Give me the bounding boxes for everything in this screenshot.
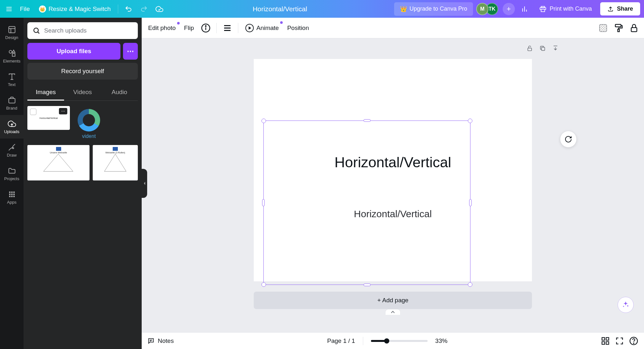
page-indicator[interactable]: Page 1 / 1 — [327, 337, 355, 344]
svg-rect-54 — [606, 342, 609, 344]
resize-magic-switch-button[interactable]: 👑 Resize & Magic Switch — [36, 4, 114, 15]
resize-handle-s[interactable] — [364, 284, 371, 286]
help-button[interactable] — [629, 336, 638, 345]
info-button[interactable] — [201, 23, 211, 33]
notes-button[interactable]: Notes — [147, 337, 174, 344]
zoom-percentage[interactable]: 33% — [435, 337, 448, 344]
list-icon — [223, 23, 232, 33]
expand-icon — [552, 45, 559, 52]
select-checkbox[interactable] — [30, 109, 36, 115]
rail-text[interactable]: Text — [0, 68, 24, 92]
svg-rect-24 — [11, 196, 12, 197]
canvas-viewport[interactable]: Horizontal/Vertical Horizontal/Vertical … — [142, 38, 644, 332]
list-view-button[interactable] — [223, 23, 232, 33]
header-left-group: File 👑 Resize & Magic Switch — [4, 3, 166, 15]
rail-apps[interactable]: Apps — [0, 186, 24, 209]
upload-files-button[interactable]: Upload files — [27, 43, 120, 60]
regenerate-button[interactable] — [560, 131, 576, 147]
svg-rect-16 — [9, 99, 15, 103]
new-dot-icon — [280, 21, 283, 24]
record-yourself-button[interactable]: Record yourself — [27, 63, 138, 80]
brand-icon — [8, 96, 16, 104]
resize-handle-n[interactable] — [364, 119, 371, 122]
svg-point-56 — [633, 343, 634, 344]
lock-button[interactable] — [629, 23, 639, 33]
rail-elements[interactable]: Elements — [0, 44, 24, 68]
svg-point-37 — [205, 25, 206, 26]
tab-videos[interactable]: Videos — [64, 85, 101, 101]
rail-draw[interactable]: Draw — [0, 139, 24, 162]
edit-photo-button[interactable]: Edit photo — [147, 23, 177, 34]
share-button[interactable]: Share — [600, 2, 640, 15]
sparkle-icon — [621, 301, 630, 309]
zoom-slider[interactable] — [371, 340, 428, 342]
grid-view-button[interactable] — [601, 336, 610, 345]
lock-page-button[interactable] — [525, 44, 535, 53]
upload-thumb[interactable]: ⋯ Horizontal/Vertical — [27, 106, 70, 130]
flip-button[interactable]: Flip — [183, 23, 195, 34]
resize-handle-ne[interactable] — [468, 119, 472, 123]
upload-more-button[interactable]: ⋯ — [123, 43, 138, 60]
add-collaborator-button[interactable]: + — [503, 3, 515, 15]
resize-handle-se[interactable] — [468, 282, 472, 287]
undo-button[interactable] — [122, 3, 135, 15]
upload-thumb[interactable]: Webseite (3 Rollen) — [93, 145, 138, 180]
svg-line-32 — [115, 154, 126, 171]
upload-thumb[interactable]: Unsere Webseite — [27, 145, 90, 180]
upload-icon — [607, 6, 614, 12]
insights-button[interactable] — [518, 3, 531, 15]
main-menu-button[interactable] — [4, 4, 14, 14]
rail-design[interactable]: Design — [0, 21, 24, 44]
fullscreen-button[interactable] — [615, 336, 624, 345]
collaborator-avatars[interactable]: M TK — [476, 3, 498, 15]
paint-roller-icon — [614, 23, 623, 33]
magic-assistant-button[interactable] — [618, 297, 634, 313]
zoom-thumb[interactable] — [384, 338, 389, 344]
resize-handle-sw[interactable] — [261, 282, 266, 287]
upgrade-button[interactable]: 👑 Upgrade to Canva Pro — [394, 2, 473, 16]
elements-icon — [8, 49, 16, 57]
lock-icon — [629, 23, 639, 33]
design-icon — [8, 25, 16, 34]
copy-style-button[interactable] — [614, 23, 623, 33]
info-icon — [201, 23, 211, 33]
resize-handle-e[interactable] — [469, 199, 472, 206]
search-uploads-input[interactable] — [27, 22, 138, 39]
file-menu[interactable]: File — [17, 4, 33, 15]
rail-projects[interactable]: Projects — [0, 162, 24, 186]
svg-rect-21 — [11, 194, 12, 195]
svg-line-31 — [104, 154, 115, 171]
help-icon — [629, 336, 638, 345]
position-button[interactable]: Position — [286, 23, 310, 34]
chevron-up-icon — [391, 311, 395, 314]
search-icon — [33, 27, 40, 34]
add-page-button[interactable]: + Add page — [254, 292, 532, 309]
tab-audio[interactable]: Audio — [101, 85, 138, 101]
document-title[interactable]: Horizontal/Vertical — [169, 5, 391, 13]
rail-brand[interactable]: Brand — [0, 92, 24, 115]
resize-handle-w[interactable] — [262, 199, 265, 206]
expand-panel-up-button[interactable] — [385, 309, 401, 315]
divider — [216, 23, 217, 33]
print-with-canva-button[interactable]: Print with Canva — [534, 2, 597, 16]
transparency-icon — [598, 23, 608, 33]
cloud-sync-button[interactable] — [153, 3, 166, 15]
duplicate-page-button[interactable] — [538, 44, 547, 53]
crown-icon: 👑 — [400, 5, 407, 13]
grid-icon — [601, 336, 610, 345]
upgrade-label: Upgrade to Canva Pro — [410, 5, 467, 12]
expand-page-button[interactable] — [551, 44, 560, 53]
thumb-menu-button[interactable]: ⋯ — [59, 108, 67, 114]
redo-button[interactable] — [137, 3, 150, 15]
resize-handle-nw[interactable] — [261, 119, 266, 123]
rail-label: Draw — [7, 153, 16, 158]
rail-uploads[interactable]: Uploads — [0, 115, 24, 139]
tab-images[interactable]: Images — [27, 85, 64, 101]
transparency-button[interactable] — [598, 23, 608, 33]
upload-thumb[interactable]: vident — [73, 106, 105, 142]
animate-button[interactable]: Animate — [244, 22, 280, 34]
hamburger-icon — [5, 5, 13, 13]
cloud-upload-icon — [8, 120, 16, 128]
selection-box[interactable] — [263, 121, 470, 285]
svg-rect-8 — [9, 26, 15, 33]
